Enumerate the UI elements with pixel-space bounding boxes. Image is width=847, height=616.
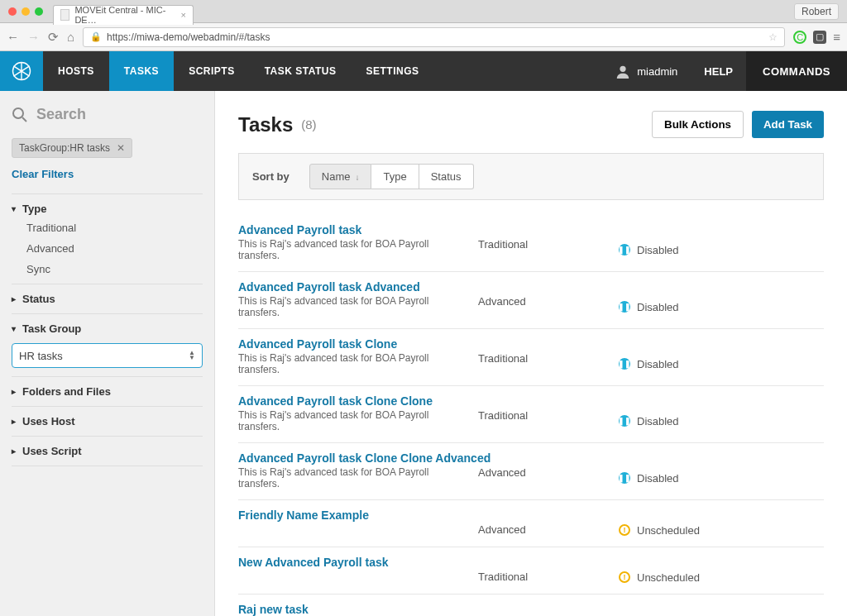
facet-toggle[interactable]: ▾ Type — [12, 203, 203, 215]
main-content: Tasks (8) Bulk Actions Add Task Sort by … — [215, 91, 847, 616]
status-text: Disabled — [637, 301, 679, 313]
facet-toggle[interactable]: ▸ Folders and Files — [12, 385, 203, 398]
chrome-user-chip[interactable]: Robert — [794, 3, 839, 20]
browser-tabstrip: MOVEit Central - MIC-DE… × Robert — [0, 0, 847, 23]
task-title-link[interactable]: Advanced Payroll task Clone Clone — [238, 394, 824, 408]
star-icon[interactable]: ☆ — [768, 31, 778, 43]
forward-icon[interactable]: → — [27, 30, 40, 44]
lock-icon: 🔒 — [90, 31, 102, 42]
facet-uses-script: ▸ Uses Script — [12, 436, 203, 466]
page-title: Tasks — [238, 113, 293, 136]
help-link[interactable]: HELP — [691, 51, 746, 91]
facet-toggle[interactable]: ▾ Task Group — [12, 322, 203, 335]
status-disabled-icon: ❚❚ — [619, 301, 630, 313]
url-text: https://miwa-demo/webadmin/#/tasks — [107, 31, 270, 43]
back-icon[interactable]: ← — [7, 30, 19, 44]
svg-point-2 — [13, 108, 23, 118]
address-bar[interactable]: 🔒 https://miwa-demo/webadmin/#/tasks ☆ — [83, 27, 785, 47]
status-disabled-icon: ❚❚ — [619, 415, 630, 427]
menu-icon[interactable]: ≡ — [833, 30, 840, 44]
facet-folders: ▸ Folders and Files — [12, 376, 203, 406]
filter-chip-label: TaskGroup:HR tasks — [19, 142, 110, 154]
facet-option[interactable]: Advanced — [26, 242, 203, 255]
page-icon — [60, 9, 69, 21]
task-description: This is Raj's advanced task for BOA Payr… — [238, 352, 470, 375]
close-window-icon[interactable] — [8, 7, 17, 16]
facet-label: Uses Script — [22, 445, 82, 457]
task-title-link[interactable]: New Advanced Payroll task — [238, 556, 824, 569]
facet-option[interactable]: Sync — [26, 263, 203, 275]
chevron-right-icon: ▸ — [12, 294, 16, 303]
task-type: Traditional — [478, 238, 610, 261]
commands-button[interactable]: COMMANDS — [746, 51, 847, 91]
task-title-link[interactable]: Raj new task — [238, 603, 824, 616]
facet-option[interactable]: Traditional — [26, 222, 203, 234]
nav-item-hosts[interactable]: HOSTS — [43, 51, 109, 91]
status-text: Disabled — [637, 358, 679, 370]
task-description: This is Raj's advanced task for BOA Payr… — [238, 238, 470, 261]
sort-segment: Name↓TypeStatus — [309, 164, 474, 189]
window-controls — [8, 7, 43, 16]
nav-item-scripts[interactable]: SCRIPTS — [174, 51, 250, 91]
filter-chip[interactable]: TaskGroup:HR tasks ✕ — [12, 138, 132, 158]
task-description — [238, 523, 470, 537]
browser-tab[interactable]: MOVEit Central - MIC-DE… × — [53, 5, 194, 25]
task-status: ❚❚Disabled — [619, 466, 824, 489]
facet-toggle[interactable]: ▸ Status — [12, 293, 203, 305]
task-status: ❚❚Disabled — [619, 409, 824, 432]
sidebar: Search TaskGroup:HR tasks ✕ Clear Filter… — [0, 91, 215, 616]
nav-item-settings[interactable]: SETTINGS — [351, 51, 433, 91]
svg-point-1 — [620, 66, 626, 72]
task-row: Raj new taskTraditional⊘Incomplete — [238, 595, 824, 616]
minimize-window-icon[interactable] — [22, 7, 30, 16]
extension-icon[interactable]: ▢ — [813, 31, 826, 44]
home-icon[interactable]: ⌂ — [67, 30, 74, 44]
sort-option-type[interactable]: Type — [371, 164, 419, 189]
maximize-window-icon[interactable] — [35, 7, 43, 16]
sort-label: Sort by — [252, 170, 290, 183]
facet-status: ▸ Status — [12, 284, 203, 313]
logo-icon — [10, 60, 33, 83]
facet-toggle[interactable]: ▸ Uses Script — [12, 445, 203, 457]
sort-direction-icon: ↓ — [355, 173, 359, 182]
task-type: Traditional — [478, 409, 610, 432]
user-icon — [615, 64, 630, 79]
task-type: Traditional — [478, 571, 610, 584]
clear-filters-link[interactable]: Clear Filters — [12, 168, 203, 180]
task-description: This is Raj's advanced task for BOA Payr… — [238, 295, 470, 318]
task-status: !Unscheduled — [619, 523, 824, 537]
task-title-link[interactable]: Friendly Name Example — [238, 509, 824, 522]
task-title-link[interactable]: Advanced Payroll task Clone — [238, 337, 824, 351]
remove-filter-icon[interactable]: ✕ — [117, 142, 125, 154]
task-title-link[interactable]: Advanced Payroll task — [238, 223, 824, 236]
nav-item-tasks[interactable]: TASKS — [109, 51, 174, 91]
task-row: Advanced Payroll task CloneThis is Raj's… — [238, 329, 824, 386]
close-tab-icon[interactable]: × — [181, 10, 186, 20]
status-text: Disabled — [637, 472, 679, 485]
sort-option-name[interactable]: Name↓ — [309, 164, 372, 189]
task-row: Advanced Payroll taskThis is Raj's advan… — [238, 215, 824, 272]
nav-item-task-status[interactable]: TASK STATUS — [250, 51, 352, 91]
task-group-select[interactable]: HR tasks ▲▼ — [12, 343, 203, 368]
chevron-down-icon: ▾ — [12, 324, 16, 333]
brand-logo[interactable] — [0, 51, 43, 91]
chevron-right-icon: ▸ — [12, 387, 16, 396]
main-nav: HOSTSTASKSSCRIPTSTASK STATUSSETTINGS — [43, 51, 433, 91]
sort-option-status[interactable]: Status — [419, 164, 474, 189]
task-type: Advanced — [478, 295, 610, 318]
search-icon — [12, 107, 28, 123]
extension-icon[interactable]: C — [793, 31, 806, 44]
task-title-link[interactable]: Advanced Payroll task Clone Clone Advanc… — [238, 451, 824, 465]
status-text: Disabled — [637, 244, 679, 256]
user-name: miadmin — [637, 65, 677, 78]
reload-icon[interactable]: ⟳ — [48, 30, 59, 45]
bulk-actions-button[interactable]: Bulk Actions — [652, 111, 744, 138]
task-title-link[interactable]: Advanced Payroll task Advanced — [238, 280, 824, 294]
facet-label: Folders and Files — [22, 385, 111, 398]
search-input[interactable]: Search — [12, 106, 203, 123]
svg-line-3 — [22, 117, 26, 122]
task-status: ❚❚Disabled — [619, 238, 824, 261]
user-menu[interactable]: miadmin — [602, 51, 691, 91]
add-task-button[interactable]: Add Task — [752, 111, 824, 138]
facet-toggle[interactable]: ▸ Uses Host — [12, 415, 203, 427]
